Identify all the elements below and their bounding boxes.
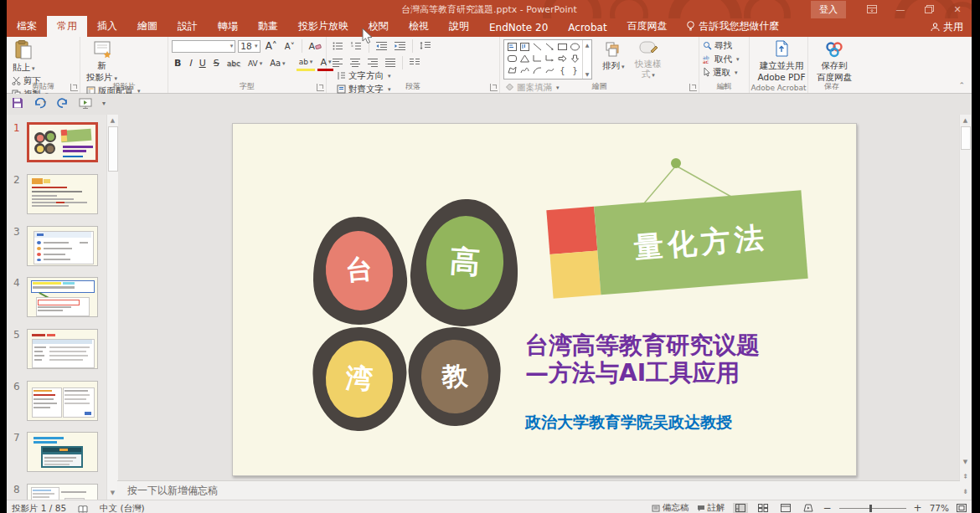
highlight-color-button[interactable]: ab	[297, 55, 316, 71]
font-name-combo[interactable]: ▾	[172, 40, 235, 53]
change-case-button[interactable]: Aa	[267, 57, 287, 70]
tab-design[interactable]: 設計	[168, 16, 208, 37]
zoom-in-button[interactable]: +	[914, 502, 922, 513]
arrange-button[interactable]: 排列	[600, 39, 627, 73]
undo-button[interactable]: ▾	[34, 98, 47, 109]
previous-slide-button[interactable]: ⇞	[960, 471, 971, 482]
slide-thumbnail-3[interactable]: 3	[7, 226, 106, 266]
zoom-slider[interactable]	[839, 503, 906, 513]
text-shadow-button[interactable]: abc	[224, 57, 243, 70]
shapes-gallery[interactable]: { } ▲▼	[503, 39, 592, 80]
ribbon-display-options-button[interactable]	[858, 0, 886, 18]
left-brace-shape-icon[interactable]: {	[556, 64, 569, 76]
shapes-scroll-down-icon[interactable]: ▼	[585, 71, 590, 77]
rounded-rectangle-shape-icon[interactable]	[506, 53, 518, 64]
clipboard-dialog-launcher[interactable]	[70, 84, 78, 91]
underline-button[interactable]: U	[197, 57, 209, 70]
strikethrough-button[interactable]: S	[211, 57, 222, 70]
freeform-shape-icon[interactable]	[506, 64, 518, 76]
sign-in-button[interactable]: 登入	[811, 1, 846, 18]
justify-icon[interactable]	[383, 56, 398, 69]
thumbnail-preview[interactable]	[27, 484, 98, 500]
proofing-icon[interactable]	[78, 505, 88, 513]
tab-home[interactable]: 常用	[47, 16, 87, 37]
tab-help[interactable]: 說明	[439, 16, 479, 37]
columns-icon[interactable]	[407, 56, 422, 69]
comments-toggle-button[interactable]: 註解	[697, 502, 725, 513]
slide-thumbnail-2[interactable]: 2	[7, 174, 106, 214]
minimize-button[interactable]: —	[886, 0, 915, 18]
slideshow-view-button[interactable]	[801, 503, 816, 513]
slide-title-textbox[interactable]: 台湾高等教育研究议题 —方法与AI工具应用	[525, 331, 760, 387]
slide-thumbnail-1[interactable]: 1	[7, 122, 106, 162]
slide-canvas[interactable]: 台 高 湾 教	[232, 123, 857, 476]
tab-acrobat[interactable]: Acrobat	[558, 18, 616, 37]
select-button[interactable]: 選取	[703, 66, 740, 79]
thumbnail-preview[interactable]	[27, 174, 98, 214]
main-scrollbar-thumb[interactable]	[961, 126, 971, 150]
main-scroll-down-icon[interactable]: ▼	[960, 456, 971, 467]
tab-baidu[interactable]: 百度网盘	[617, 16, 678, 37]
triangle-shape-icon[interactable]	[518, 53, 531, 64]
align-right-icon[interactable]	[365, 56, 380, 69]
tab-draw[interactable]: 繪圖	[127, 16, 168, 37]
slide-thumbnail-8[interactable]: 8	[7, 484, 106, 500]
slide-thumbnail-5[interactable]: 5	[7, 329, 106, 369]
tab-transitions[interactable]: 轉場	[208, 16, 248, 37]
zoom-out-button[interactable]: −	[823, 502, 832, 513]
clear-formatting-button[interactable]: A	[306, 39, 324, 53]
character-spacing-button[interactable]: AV	[245, 57, 265, 70]
tab-insert[interactable]: 插入	[87, 16, 127, 37]
thumbnail-preview[interactable]	[27, 277, 98, 317]
align-center-icon[interactable]	[348, 56, 363, 69]
reading-view-button[interactable]	[778, 503, 793, 513]
shrink-font-button[interactable]: A˅	[282, 39, 297, 53]
tab-endnote[interactable]: EndNote 20	[479, 18, 558, 37]
notes-pane[interactable]: 按一下以新增備忘稿	[117, 480, 960, 500]
quick-styles-button[interactable]: 快速樣式	[632, 39, 665, 81]
thumbnail-preview[interactable]	[27, 432, 98, 472]
close-button[interactable]: ✕	[943, 0, 972, 18]
main-scrollbar[interactable]: ▲ ▼ ⇞ ⇟	[959, 115, 971, 500]
main-scroll-up-icon[interactable]: ▲	[960, 115, 971, 126]
arrow-shape-icon[interactable]	[544, 41, 556, 53]
right-arrow-shape-icon[interactable]	[556, 53, 569, 64]
create-pdf-button[interactable]: 建立並共用 Adobe PDF	[753, 39, 810, 83]
font-size-combo[interactable]: ▾	[238, 40, 260, 53]
grow-font-button[interactable]: A˄	[263, 39, 280, 53]
slide-thumbnail-4[interactable]: 4	[7, 277, 106, 317]
tab-animations[interactable]: 動畫	[248, 16, 288, 37]
thumbnail-preview[interactable]	[27, 381, 98, 421]
right-brace-shape-icon[interactable]: }	[569, 64, 581, 76]
zoom-level[interactable]: 77%	[930, 503, 949, 513]
shape-hanging-sign[interactable]: 量化方法	[546, 190, 807, 299]
thumbnail-preview[interactable]	[27, 226, 98, 266]
oval-shape-icon[interactable]	[569, 41, 581, 53]
down-arrow-shape-icon[interactable]	[569, 53, 581, 64]
language-indicator[interactable]: 中文 (台灣)	[100, 503, 145, 513]
normal-view-button[interactable]	[733, 503, 748, 513]
collapse-ribbon-button[interactable]: ⌃	[958, 81, 965, 90]
find-button[interactable]: 尋找	[703, 39, 740, 52]
thumbnail-preview[interactable]	[27, 122, 98, 162]
thumbnail-scrollbar[interactable]: ▲ ▼	[106, 115, 118, 500]
paste-button[interactable]: 貼上	[10, 39, 38, 74]
share-button[interactable]: 共用	[931, 20, 963, 34]
redo-button[interactable]	[57, 98, 69, 109]
font-size-input[interactable]	[240, 41, 255, 51]
elbow-connector-icon[interactable]	[531, 53, 544, 64]
shape-circle-wan[interactable]: 湾	[310, 325, 409, 433]
save-button[interactable]	[12, 97, 23, 109]
qat-customize-button[interactable]: ▾	[102, 100, 106, 107]
next-slide-button[interactable]: ⇟	[960, 486, 971, 497]
paragraph-dialog-launcher[interactable]	[490, 84, 498, 91]
shape-circle-tai[interactable]: 台	[308, 213, 411, 328]
shape-circle-gao[interactable]: 高	[407, 196, 523, 331]
bold-button[interactable]: B	[172, 57, 183, 70]
font-dialog-launcher[interactable]	[317, 84, 324, 91]
save-to-baidu-button[interactable]: 保存到 百度网盘	[812, 39, 857, 83]
curve-shape-icon[interactable]	[544, 64, 556, 76]
replace-button[interactable]: abac 取代	[703, 53, 740, 65]
scribble-shape-icon[interactable]	[518, 64, 531, 76]
fit-to-window-icon[interactable]	[957, 504, 967, 512]
